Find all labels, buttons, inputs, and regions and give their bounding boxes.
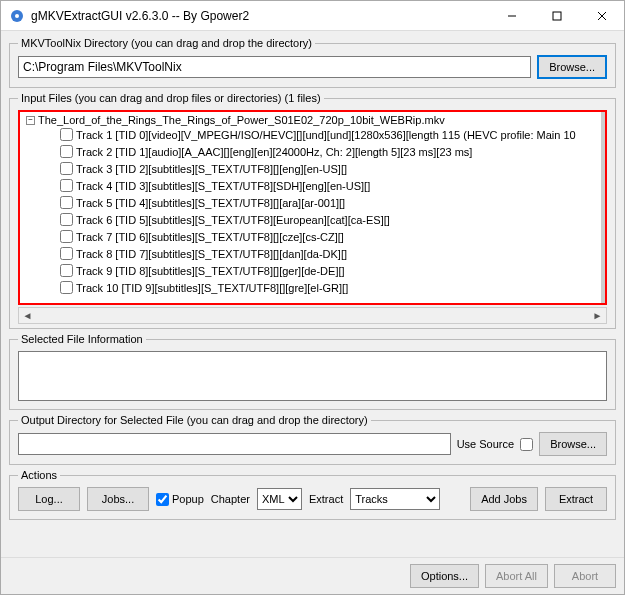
svg-point-1 (15, 14, 19, 18)
abort-all-button[interactable]: Abort All (485, 564, 548, 588)
jobs-button[interactable]: Jobs... (87, 487, 149, 511)
track-checkbox[interactable] (60, 179, 73, 192)
track-row[interactable]: Track 6 [TID 5][subtitles][S_TEXT/UTF8][… (60, 211, 603, 228)
scroll-left-icon[interactable]: ◄ (19, 307, 36, 324)
popup-label: Popup (172, 493, 204, 505)
track-checkbox[interactable] (60, 247, 73, 260)
track-row[interactable]: Track 2 [TID 1][audio][A_AAC][][eng][en]… (60, 143, 603, 160)
track-label: Track 10 [TID 9][subtitles][S_TEXT/UTF8]… (76, 282, 348, 294)
track-checkbox[interactable] (60, 230, 73, 243)
track-label: Track 9 [TID 8][subtitles][S_TEXT/UTF8][… (76, 265, 345, 277)
maximize-button[interactable] (534, 1, 579, 30)
extract-mode-label: Extract (309, 493, 343, 505)
app-icon (9, 8, 25, 24)
vertical-scrollbar[interactable] (601, 112, 605, 303)
extract-mode-select[interactable]: Tracks (350, 488, 440, 510)
selected-info-group: Selected File Information (9, 333, 616, 410)
minimize-button[interactable] (489, 1, 534, 30)
use-source-checkbox[interactable] (520, 438, 533, 451)
track-row[interactable]: Track 4 [TID 3][subtitles][S_TEXT/UTF8][… (60, 177, 603, 194)
output-dir-legend: Output Directory for Selected File (you … (18, 414, 371, 426)
tree-file-name: The_Lord_of_the_Rings_The_Rings_of_Power… (38, 114, 445, 126)
selected-info-box (18, 351, 607, 401)
input-files-tree[interactable]: − The_Lord_of_the_Rings_The_Rings_of_Pow… (18, 110, 607, 305)
log-button[interactable]: Log... (18, 487, 80, 511)
track-label: Track 2 [TID 1][audio][A_AAC][][eng][en]… (76, 146, 472, 158)
selected-info-legend: Selected File Information (18, 333, 146, 345)
track-checkbox[interactable] (60, 196, 73, 209)
track-row[interactable]: Track 9 [TID 8][subtitles][S_TEXT/UTF8][… (60, 262, 603, 279)
chapter-label: Chapter (211, 493, 250, 505)
track-label: Track 5 [TID 4][subtitles][S_TEXT/UTF8][… (76, 197, 345, 209)
track-row[interactable]: Track 5 [TID 4][subtitles][S_TEXT/UTF8][… (60, 194, 603, 211)
track-checkbox[interactable] (60, 264, 73, 277)
track-row[interactable]: Track 8 [TID 7][subtitles][S_TEXT/UTF8][… (60, 245, 603, 262)
footer-bar: Options... Abort All Abort (1, 557, 624, 594)
popup-option[interactable]: Popup (156, 493, 204, 506)
popup-checkbox[interactable] (156, 493, 169, 506)
track-label: Track 8 [TID 7][subtitles][S_TEXT/UTF8][… (76, 248, 347, 260)
track-row[interactable]: Track 10 [TID 9][subtitles][S_TEXT/UTF8]… (60, 279, 603, 296)
input-files-legend: Input Files (you can drag and drop files… (18, 92, 324, 104)
content-area: MKVToolNix Directory (you can drag and d… (1, 31, 624, 557)
scroll-right-icon[interactable]: ► (589, 307, 606, 324)
track-checkbox[interactable] (60, 128, 73, 141)
close-button[interactable] (579, 1, 624, 30)
svg-rect-3 (553, 12, 561, 20)
add-jobs-button[interactable]: Add Jobs (470, 487, 538, 511)
app-window: gMKVExtractGUI v2.6.3.0 -- By Gpower2 MK… (0, 0, 625, 595)
toolnix-legend: MKVToolNix Directory (you can drag and d… (18, 37, 315, 49)
track-checkbox[interactable] (60, 213, 73, 226)
input-files-group: Input Files (you can drag and drop files… (9, 92, 616, 329)
track-label: Track 6 [TID 5][subtitles][S_TEXT/UTF8][… (76, 214, 390, 226)
extract-button[interactable]: Extract (545, 487, 607, 511)
toolnix-path-input[interactable] (18, 56, 531, 78)
output-dir-group: Output Directory for Selected File (you … (9, 414, 616, 465)
output-dir-input[interactable] (18, 433, 451, 455)
track-label: Track 1 [TID 0][video][V_MPEGH/ISO/HEVC]… (76, 129, 576, 141)
expand-collapse-icon[interactable]: − (26, 116, 35, 125)
actions-legend: Actions (18, 469, 60, 481)
window-title: gMKVExtractGUI v2.6.3.0 -- By Gpower2 (31, 9, 489, 23)
output-browse-button[interactable]: Browse... (539, 432, 607, 456)
track-checkbox[interactable] (60, 162, 73, 175)
track-label: Track 7 [TID 6][subtitles][S_TEXT/UTF8][… (76, 231, 344, 243)
options-button[interactable]: Options... (410, 564, 479, 588)
track-checkbox[interactable] (60, 281, 73, 294)
toolnix-group: MKVToolNix Directory (you can drag and d… (9, 37, 616, 88)
chapter-select[interactable]: XML (257, 488, 302, 510)
track-row[interactable]: Track 1 [TID 0][video][V_MPEGH/ISO/HEVC]… (60, 126, 603, 143)
use-source-label: Use Source (457, 438, 514, 450)
toolnix-browse-button[interactable]: Browse... (537, 55, 607, 79)
track-row[interactable]: Track 7 [TID 6][subtitles][S_TEXT/UTF8][… (60, 228, 603, 245)
titlebar: gMKVExtractGUI v2.6.3.0 -- By Gpower2 (1, 1, 624, 31)
actions-group: Actions Log... Jobs... Popup Chapter XML… (9, 469, 616, 520)
tree-file-node[interactable]: − The_Lord_of_the_Rings_The_Rings_of_Pow… (22, 114, 603, 126)
abort-button[interactable]: Abort (554, 564, 616, 588)
track-row[interactable]: Track 3 [TID 2][subtitles][S_TEXT/UTF8][… (60, 160, 603, 177)
track-checkbox[interactable] (60, 145, 73, 158)
track-label: Track 3 [TID 2][subtitles][S_TEXT/UTF8][… (76, 163, 347, 175)
horizontal-scrollbar[interactable]: ◄ ► (18, 307, 607, 324)
track-label: Track 4 [TID 3][subtitles][S_TEXT/UTF8][… (76, 180, 370, 192)
